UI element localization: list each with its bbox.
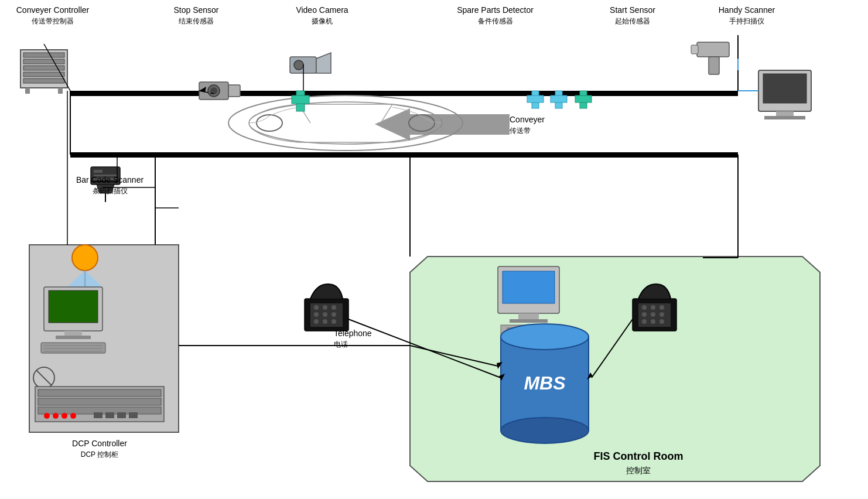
svg-rect-41 — [776, 111, 794, 116]
svg-marker-113 — [497, 362, 503, 369]
svg-rect-27 — [296, 91, 305, 111]
conveyer-controller-icon — [20, 50, 67, 94]
start-sensor-label: Start Sensor 起始传感器 — [592, 5, 674, 26]
svg-rect-51 — [44, 287, 102, 331]
svg-point-100 — [323, 319, 327, 324]
svg-rect-79 — [539, 327, 544, 332]
svg-point-89 — [651, 319, 655, 324]
conveyer-controller-label: Conveyer Controller 传送带控制器 — [0, 5, 105, 26]
svg-point-103 — [501, 324, 589, 350]
svg-rect-60 — [35, 387, 164, 422]
svg-point-88 — [642, 319, 647, 324]
diagram: MBS — [0, 0, 868, 499]
svg-point-83 — [651, 305, 655, 310]
svg-rect-34 — [575, 95, 592, 102]
svg-point-20 — [210, 87, 217, 94]
svg-point-67 — [70, 413, 76, 419]
stop-sensor-label: Stop Sensor 结束传感器 — [158, 5, 234, 26]
svg-rect-31 — [555, 91, 562, 108]
svg-rect-14 — [23, 78, 64, 83]
svg-point-25 — [294, 60, 303, 70]
svg-rect-53 — [64, 331, 82, 336]
telephone-label: Telephone 电话 — [334, 328, 398, 350]
svg-rect-70 — [117, 412, 126, 418]
fis-control-room-label: FIS Control Room 控制室 — [556, 450, 720, 477]
svg-point-97 — [323, 312, 327, 317]
svg-marker-22 — [199, 87, 206, 93]
svg-rect-102 — [501, 337, 589, 430]
svg-rect-73 — [503, 271, 555, 303]
svg-rect-10 — [23, 53, 64, 57]
svg-rect-16 — [58, 88, 63, 94]
svg-point-64 — [44, 413, 50, 419]
signal-ball — [72, 245, 98, 271]
svg-rect-15 — [25, 88, 30, 94]
svg-line-8 — [381, 104, 392, 123]
svg-line-7 — [299, 104, 310, 123]
handy-scanner-monitor — [758, 70, 811, 119]
svg-line-59 — [36, 370, 52, 385]
svg-marker-24 — [316, 53, 331, 73]
dcp-controller-label: DCP Controller DCP 控制柜 — [35, 438, 164, 460]
svg-rect-12 — [23, 66, 64, 70]
svg-rect-72 — [498, 266, 559, 313]
svg-marker-115 — [499, 374, 505, 381]
svg-point-104 — [501, 418, 589, 443]
svg-rect-11 — [23, 59, 64, 64]
svg-rect-69 — [105, 412, 114, 418]
video-camera-cross-sensor — [292, 91, 309, 111]
svg-rect-81 — [638, 303, 671, 327]
svg-rect-74 — [518, 313, 539, 319]
svg-point-90 — [659, 319, 664, 324]
svg-rect-63 — [38, 407, 161, 414]
network-symbol — [33, 367, 54, 388]
handy-scanner-icon — [691, 42, 729, 74]
svg-rect-36 — [709, 57, 719, 74]
handy-scanner-label: Handy Scanner 手持扫描仪 — [700, 5, 794, 26]
svg-point-95 — [332, 305, 336, 310]
svg-rect-92 — [310, 303, 343, 327]
svg-point-87 — [659, 312, 664, 317]
svg-rect-9 — [20, 50, 67, 88]
svg-rect-30 — [527, 95, 544, 102]
video-camera-icon — [290, 53, 331, 73]
svg-point-98 — [332, 312, 336, 317]
svg-point-3 — [228, 95, 463, 151]
mbs-cylinder: MBS — [501, 324, 589, 443]
svg-rect-40 — [763, 74, 807, 103]
svg-line-116 — [592, 319, 633, 378]
svg-line-21 — [199, 91, 214, 94]
svg-point-65 — [53, 413, 59, 419]
svg-rect-55 — [41, 343, 105, 353]
spare-parts-sensor-1 — [527, 91, 544, 108]
center-telephone — [305, 284, 348, 331]
conveyor-bottom-line — [70, 152, 738, 158]
conveyor-arrow — [375, 108, 510, 141]
svg-rect-39 — [758, 70, 811, 111]
svg-rect-91 — [305, 299, 348, 331]
svg-rect-61 — [38, 389, 161, 397]
svg-rect-76 — [501, 325, 556, 341]
svg-rect-37 — [691, 45, 698, 54]
svg-rect-45 — [94, 170, 102, 173]
svg-rect-23 — [290, 57, 316, 73]
svg-line-106 — [44, 44, 70, 91]
car-outline — [228, 95, 463, 151]
svg-point-86 — [651, 312, 655, 317]
svg-rect-42 — [764, 116, 805, 119]
spare-parts-sensor-3 — [575, 91, 592, 108]
spare-parts-sensor-2 — [551, 91, 567, 108]
svg-rect-33 — [580, 91, 587, 108]
svg-rect-71 — [129, 412, 138, 418]
svg-rect-77 — [507, 327, 524, 332]
svg-line-112 — [410, 346, 498, 366]
svg-rect-80 — [633, 299, 676, 331]
svg-point-93 — [314, 305, 319, 310]
svg-marker-117 — [587, 372, 593, 380]
svg-rect-35 — [697, 42, 729, 57]
svg-rect-54 — [56, 336, 91, 339]
signal-cone — [67, 271, 102, 287]
stop-sensor-icon — [199, 82, 240, 100]
fis-computer — [498, 266, 559, 341]
svg-point-94 — [323, 305, 327, 310]
